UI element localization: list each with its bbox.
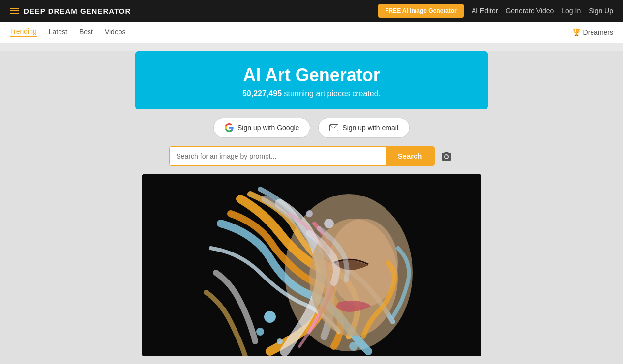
search-container: Search [169, 146, 454, 166]
best-tab[interactable]: Best [79, 28, 93, 37]
hero-banner: AI Art Generator 50,227,495 stunning art… [135, 51, 488, 109]
videos-tab[interactable]: Videos [105, 28, 126, 37]
artwork-svg [142, 174, 481, 356]
brand-area: DEEP DREAM GENERATOR [10, 7, 131, 15]
ai-editor-link[interactable]: AI Editor [472, 7, 498, 15]
brand-name: DEEP DREAM GENERATOR [24, 7, 131, 15]
signup-google-label: Sign up with Google [237, 124, 299, 132]
svg-point-9 [324, 219, 334, 228]
google-icon [225, 123, 234, 132]
hero-subtitle: 50,227,495 stunning art pieces created. [145, 89, 478, 98]
generate-video-link[interactable]: Generate Video [505, 7, 554, 15]
camera-search-button[interactable] [439, 149, 454, 164]
art-count: 50,227,495 [242, 89, 282, 98]
dreamers-link[interactable]: 🏆 Dreamers [572, 28, 613, 36]
email-icon [329, 123, 338, 132]
search-input[interactable] [170, 147, 386, 165]
svg-point-8 [277, 338, 283, 344]
hero-title: AI Art Generator [145, 65, 478, 85]
sub-nav-tabs: Trending Latest Best Videos [10, 28, 125, 37]
search-button[interactable]: Search [386, 147, 434, 165]
top-nav-right: FREE AI Image Generator AI Editor Genera… [378, 4, 613, 18]
signup-email-button[interactable]: Sign up with email [318, 118, 410, 138]
dreamers-label: Dreamers [583, 28, 613, 36]
free-ai-image-generator-button[interactable]: FREE AI Image Generator [378, 4, 464, 18]
main-artwork [142, 174, 481, 356]
hero-subtitle-text: stunning art pieces created. [282, 89, 381, 98]
signup-google-button[interactable]: Sign up with Google [213, 118, 310, 138]
page-background: AI Art Generator 50,227,495 stunning art… [0, 51, 623, 364]
top-navigation: DEEP DREAM GENERATOR FREE AI Image Gener… [0, 0, 623, 22]
signup-email-label: Sign up with email [342, 124, 398, 132]
main-artwork-container[interactable] [142, 174, 481, 356]
camera-icon [441, 151, 452, 162]
svg-point-6 [264, 311, 276, 323]
latest-tab[interactable]: Latest [49, 28, 67, 37]
menu-icon[interactable] [10, 8, 19, 14]
sub-navigation: Trending Latest Best Videos 🏆 Dreamers [0, 22, 623, 43]
login-link[interactable]: Log In [562, 7, 581, 15]
signup-link[interactable]: Sign Up [589, 7, 613, 15]
search-input-wrap: Search [169, 146, 435, 166]
svg-point-11 [349, 342, 358, 351]
trophy-icon: 🏆 [572, 28, 581, 36]
svg-point-10 [306, 210, 313, 217]
svg-point-1 [445, 155, 448, 158]
trending-tab[interactable]: Trending [10, 28, 37, 37]
signup-buttons: Sign up with Google Sign up with email [135, 118, 488, 138]
svg-point-7 [256, 328, 264, 336]
